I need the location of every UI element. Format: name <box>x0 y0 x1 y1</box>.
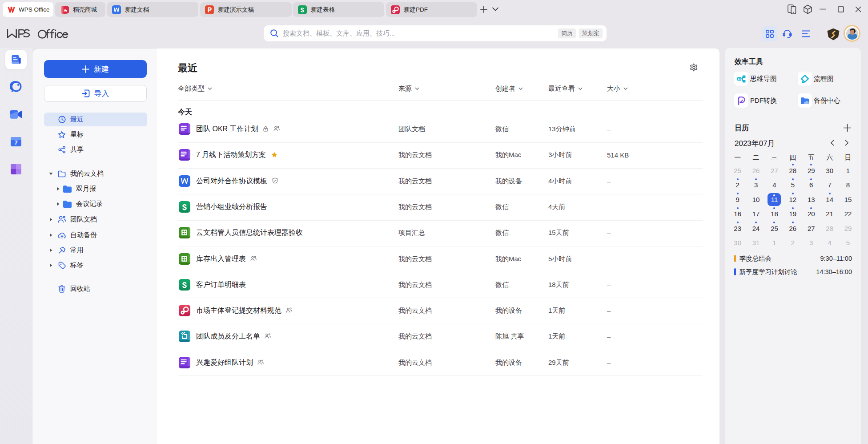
svg-text:7: 7 <box>14 139 17 146</box>
